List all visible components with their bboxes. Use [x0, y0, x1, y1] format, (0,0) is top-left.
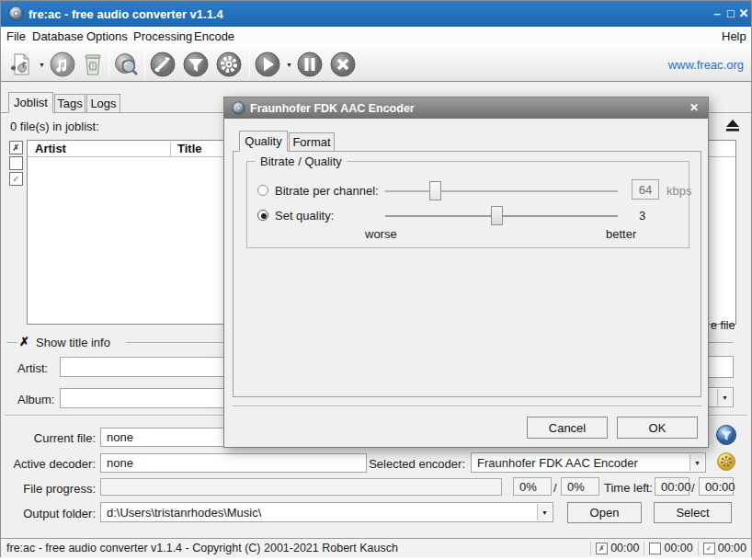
- partially-covered-label-fragment: e file: [711, 319, 735, 332]
- bitrate-radio[interactable]: [257, 185, 268, 196]
- time-selected-group: ✗ 00:00: [590, 542, 644, 555]
- current-file-label: Current file:: [1, 431, 96, 445]
- eject-cd-button[interactable]: [718, 115, 747, 135]
- time-unchecked-value: 00:00: [664, 542, 692, 554]
- percent-divider: /: [553, 481, 557, 495]
- tab-logs[interactable]: Logs: [86, 94, 120, 113]
- scale-worse-label: worse: [365, 227, 397, 241]
- dialog-titlebar[interactable]: Fraunhofer FDK AAC Encoder ✕: [224, 97, 708, 119]
- ok-button[interactable]: OK: [617, 417, 698, 439]
- quality-radio[interactable]: [257, 210, 268, 221]
- group-label: Bitrate / Quality: [256, 154, 347, 168]
- active-decoder-field: none: [100, 453, 367, 473]
- time-unchecked-group: 00:00: [644, 542, 697, 555]
- general-settings-button[interactable]: [148, 50, 177, 79]
- artist-label: Artist:: [17, 361, 48, 375]
- bitrate-value-field: 64: [632, 179, 659, 200]
- toggle-selection-button[interactable]: ✓: [9, 172, 23, 186]
- menu-processing[interactable]: Processing: [133, 29, 192, 43]
- file-percent-field: 0%: [513, 477, 552, 496]
- column-divider[interactable]: [170, 142, 171, 156]
- open-folder-button[interactable]: Open: [567, 502, 642, 523]
- tab-tags[interactable]: Tags: [54, 94, 85, 113]
- pause-encoding-button[interactable]: [295, 50, 325, 79]
- add-files-button[interactable]: [6, 50, 35, 79]
- checked-x-icon: ✗: [596, 543, 608, 554]
- dialog-tab-panel: Bitrate / Quality Bitrate per channel: 6…: [233, 151, 701, 397]
- column-header-title[interactable]: Title: [177, 142, 202, 155]
- close-button[interactable]: ✕: [737, 6, 750, 20]
- select-none-button[interactable]: [9, 156, 23, 170]
- titleinfo-toggle-checkbox[interactable]: ✗: [19, 335, 29, 349]
- clear-joblist-button[interactable]: [81, 50, 105, 79]
- chevron-down-icon[interactable]: ▼: [537, 504, 552, 520]
- menu-database[interactable]: Database: [32, 29, 84, 43]
- chevron-down-icon[interactable]: ▼: [717, 389, 732, 406]
- statusbar: fre:ac - free audio converter v1.1.4 - C…: [1, 538, 751, 557]
- time-selected-value: 00:00: [610, 542, 639, 554]
- add-audio-cd-button[interactable]: [48, 50, 77, 79]
- time-left-total-field: 00:00: [699, 477, 734, 496]
- cancel-button[interactable]: Cancel: [527, 417, 608, 439]
- add-files-dropdown-arrow[interactable]: ▼: [39, 62, 45, 68]
- bitrate-slider[interactable]: [385, 190, 618, 192]
- dialog-tab-quality[interactable]: Quality: [239, 131, 288, 152]
- toolbar-separator: [144, 51, 145, 76]
- bitrate-slider-handle[interactable]: [429, 181, 441, 200]
- tab-joblist[interactable]: Joblist: [8, 92, 53, 113]
- total-percent-field: 0%: [561, 477, 599, 496]
- maximize-button[interactable]: □: [724, 6, 737, 20]
- toolbar: ▼ ▼ www.freac.org: [1, 47, 751, 82]
- app-logo-icon: [8, 6, 24, 21]
- encoder-config-dialog: Fraunhofer FDK AAC Encoder ✕ Quality For…: [223, 97, 709, 448]
- start-encoding-button[interactable]: [253, 50, 282, 79]
- menu-encode[interactable]: Encode: [194, 29, 234, 43]
- query-cddb-button[interactable]: [112, 50, 142, 79]
- dialog-close-icon[interactable]: ✕: [689, 101, 699, 114]
- quality-value: 3: [639, 209, 645, 223]
- signal-processing-icon[interactable]: [715, 424, 737, 446]
- menu-options[interactable]: Options: [86, 29, 128, 43]
- time-total-group: ✓ 00:00: [698, 542, 751, 555]
- column-header-artist[interactable]: Artist: [35, 142, 66, 155]
- dialog-tab-format[interactable]: Format: [289, 132, 335, 152]
- window-titlebar: fre:ac - free audio converter v1.1.4 – □…: [1, 1, 751, 27]
- toolbar-separator: [249, 51, 250, 76]
- selected-encoder-label: Selected encoder:: [367, 457, 465, 471]
- dialog-divider: [233, 406, 701, 407]
- chevron-down-icon[interactable]: ▼: [689, 454, 704, 471]
- quality-slider-handle[interactable]: [491, 206, 503, 225]
- configure-encoder-button[interactable]: [214, 50, 244, 79]
- stop-encoding-button[interactable]: [328, 50, 358, 79]
- joblist-count-label: 0 file(s) in joblist:: [10, 120, 99, 133]
- quality-slider[interactable]: [385, 215, 618, 217]
- website-link[interactable]: www.freac.org: [668, 58, 744, 72]
- statusbar-text: fre:ac - free audio converter v1.1.4 - C…: [6, 542, 590, 554]
- menubar: File Database Options Processing Encode …: [1, 27, 751, 47]
- start-encoding-dropdown-arrow[interactable]: ▼: [286, 62, 292, 68]
- checked-tick-icon: ✓: [703, 543, 715, 554]
- select-all-button[interactable]: ✗: [9, 141, 23, 154]
- file-progress-bar: [100, 478, 502, 496]
- menu-file[interactable]: File: [6, 29, 26, 43]
- bitrate-quality-group: Bitrate / Quality Bitrate per channel: 6…: [246, 161, 689, 248]
- time-divider: /: [691, 481, 695, 495]
- configure-encoder-icon[interactable]: [716, 451, 736, 472]
- selected-encoder-combobox[interactable]: Fraunhofer FDK AAC Encoder ▼: [471, 452, 706, 473]
- signal-processing-button[interactable]: [181, 50, 211, 79]
- select-folder-button[interactable]: Select: [654, 502, 732, 523]
- bitrate-unit-label: kbps: [667, 184, 691, 198]
- unchecked-box-icon: [649, 543, 661, 554]
- active-decoder-label: Active decoder:: [1, 457, 96, 471]
- time-total-value: 00:00: [718, 542, 746, 554]
- output-folder-combobox[interactable]: d:\Users\tristanrhodes\Music\ ▼: [100, 502, 553, 522]
- time-left-label: Time left:: [604, 481, 653, 495]
- titleinfo-header[interactable]: Show title info: [36, 336, 110, 349]
- titleinfo-group-line: [6, 342, 17, 343]
- minimize-button[interactable]: –: [711, 6, 724, 20]
- toolbar-separator: [108, 51, 109, 76]
- menu-help[interactable]: Help: [722, 29, 746, 43]
- scale-better-label: better: [606, 227, 636, 241]
- bitrate-label: Bitrate per channel:: [275, 184, 379, 198]
- file-progress-label: File progress:: [1, 482, 96, 496]
